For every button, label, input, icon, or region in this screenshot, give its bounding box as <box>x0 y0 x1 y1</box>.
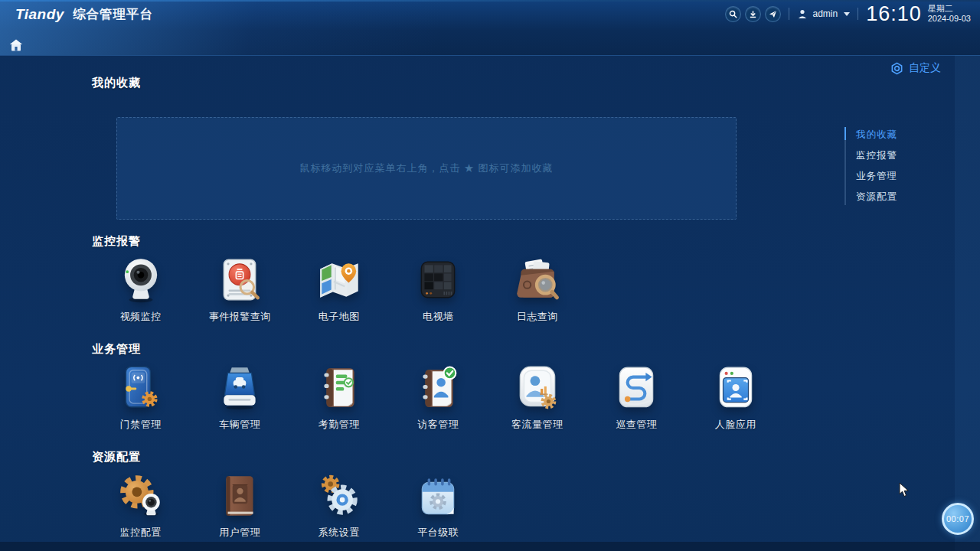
send-button[interactable] <box>765 6 781 22</box>
app-e-map[interactable]: 电子地图 <box>289 255 389 324</box>
resources-row: 监控配置 用户管理 <box>91 471 488 540</box>
search-icon <box>729 10 737 18</box>
attendance-book-icon <box>314 363 364 413</box>
right-scroll-band <box>955 55 980 551</box>
clock-weekday: 星期二 <box>928 4 971 14</box>
app-label: 系统设置 <box>318 526 360 540</box>
app-label: 考勤管理 <box>318 418 360 432</box>
visitor-book-icon <box>413 363 463 413</box>
countdown-timer[interactable]: 00:07 <box>942 503 974 535</box>
camera-config-icon <box>116 471 166 521</box>
app-label: 访客管理 <box>417 418 459 432</box>
user-menu[interactable]: admin <box>797 8 850 19</box>
app-label: 平台级联 <box>417 526 459 540</box>
app-patrol-management[interactable]: 巡查管理 <box>587 363 687 432</box>
customize-gear-icon <box>890 62 903 75</box>
app-label: 人脸应用 <box>715 418 756 432</box>
customize-label: 自定义 <box>909 61 941 75</box>
app-label: 视频监控 <box>120 310 162 324</box>
app-face-application[interactable]: 人脸应用 <box>686 363 786 432</box>
app-system-settings[interactable]: 系统设置 <box>289 471 389 540</box>
app-label: 监控配置 <box>120 526 162 540</box>
top-header: Tiandy 综合管理平台 admin 16:10 <box>0 0 980 56</box>
clock-date: 2024-09-03 <box>928 14 971 24</box>
user-name: admin <box>812 8 838 19</box>
app-label: 电子地图 <box>318 310 360 324</box>
countdown-value: 00:07 <box>946 514 969 523</box>
tiandy-logo: Tiandy <box>15 6 64 23</box>
access-door-icon <box>116 363 166 413</box>
app-label: 门禁管理 <box>120 418 162 432</box>
webcam-icon <box>116 255 166 305</box>
header-divider <box>789 8 789 20</box>
app-tv-wall[interactable]: 电视墙 <box>389 255 488 324</box>
user-icon <box>797 8 808 19</box>
anchor-item-favorites[interactable]: 我的收藏 <box>856 129 897 142</box>
app-video-surveillance[interactable]: 视频监控 <box>91 255 191 324</box>
app-vehicle-management[interactable]: 车辆管理 <box>191 363 290 432</box>
app-event-alarm-query[interactable]: 事件报警查询 <box>191 255 290 324</box>
app-user-management[interactable]: 用户管理 <box>191 471 290 540</box>
patrol-route-icon <box>611 363 662 413</box>
mouse-cursor <box>899 482 910 497</box>
app-label: 巡查管理 <box>616 418 657 432</box>
app-label: 电视墙 <box>423 310 454 324</box>
app-visitor-management[interactable]: 访客管理 <box>389 363 488 432</box>
app-access-control[interactable]: 门禁管理 <box>91 363 191 432</box>
monitor-alarm-row: 视频监控 事件报 <box>91 255 587 324</box>
download-icon <box>749 10 757 18</box>
section-title-monitor-alarm: 监控报警 <box>92 234 141 249</box>
anchor-item-business[interactable]: 业务管理 <box>856 170 897 183</box>
download-button[interactable] <box>745 6 761 22</box>
face-recognition-icon <box>710 363 761 413</box>
vehicle-scanner-icon <box>214 363 265 413</box>
app-label: 车辆管理 <box>219 418 260 432</box>
brand: Tiandy 综合管理平台 <box>15 6 153 23</box>
favorites-empty-hint: 鼠标移动到对应菜单右上角，点击 ★ 图标可添加收藏 <box>299 161 553 175</box>
app-platform-cascade[interactable]: 平台级联 <box>389 471 488 540</box>
app-log-query[interactable]: 日志查询 <box>488 255 587 324</box>
user-book-icon <box>214 471 265 521</box>
tab-home[interactable] <box>6 37 26 54</box>
app-label: 客流量管理 <box>511 418 564 432</box>
bottom-strip <box>0 542 980 551</box>
app-label: 日志查询 <box>517 310 558 324</box>
app-monitor-config[interactable]: 监控配置 <box>91 471 191 540</box>
passenger-flow-icon <box>512 363 563 413</box>
header-toolbar: admin 16:10 星期二 2024-09-03 <box>725 0 980 28</box>
app-attendance-management[interactable]: 考勤管理 <box>289 363 389 432</box>
product-title: 综合管理平台 <box>73 6 153 23</box>
section-title-favorites: 我的收藏 <box>92 76 141 90</box>
platform-cascade-icon <box>413 471 463 521</box>
header-divider2 <box>858 8 858 20</box>
clock: 16:10 星期二 2024-09-03 <box>866 2 971 26</box>
app-passenger-flow[interactable]: 客流量管理 <box>488 363 587 432</box>
home-icon <box>9 39 23 51</box>
anchor-item-resources[interactable]: 资源配置 <box>856 191 897 204</box>
clock-time: 16:10 <box>866 2 922 26</box>
search-button[interactable] <box>725 6 741 22</box>
paper-plane-icon <box>769 10 777 18</box>
app-label: 用户管理 <box>219 526 260 540</box>
favorites-empty-box: 鼠标移动到对应菜单右上角，点击 ★ 图标可添加收藏 <box>116 117 737 220</box>
map-icon <box>314 255 364 305</box>
anchor-item-monitor-alarm[interactable]: 监控报警 <box>856 149 897 162</box>
chevron-down-icon <box>844 12 850 16</box>
section-title-business: 业务管理 <box>92 342 141 357</box>
tv-wall-icon <box>413 255 463 305</box>
app-label: 事件报警查询 <box>209 310 271 324</box>
business-row: 门禁管理 车辆管理 <box>91 363 786 432</box>
customize-button[interactable]: 自定义 <box>890 61 941 75</box>
app-window: Tiandy 综合管理平台 admin 16:10 <box>0 0 980 551</box>
system-gears-icon <box>314 471 364 521</box>
section-title-resources: 资源配置 <box>92 450 141 465</box>
anchor-rail-active <box>844 127 846 140</box>
log-search-icon <box>512 255 563 305</box>
alarm-search-icon <box>214 255 265 305</box>
